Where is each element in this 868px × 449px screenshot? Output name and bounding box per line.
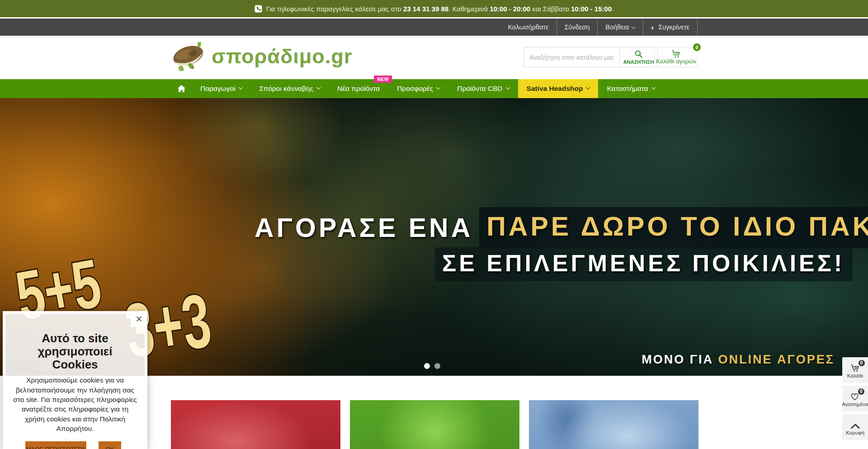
- floating-cart-button[interactable]: 0 Καλάθι: [842, 357, 868, 383]
- logo-text: σποράδιμο.gr: [212, 45, 352, 68]
- floating-wishlist-label: Αγαπημένα: [842, 402, 868, 407]
- page: Για τηλεφωνικές παραγγελίες κάλεσε μας σ…: [0, 0, 868, 449]
- search-button[interactable]: ΑΝΑΖΗΤΗΣΗ: [620, 47, 658, 67]
- chevron-down-icon: [651, 85, 656, 90]
- site-logo[interactable]: σποράδιμο.gr: [170, 42, 352, 71]
- cookie-body: Χρησιμοποιούμε cookies για να βελτιστοπο…: [5, 375, 145, 433]
- close-icon[interactable]: ×: [131, 311, 147, 327]
- cart-count-badge: 0: [692, 43, 702, 52]
- nav-item-stores[interactable]: Καταστήματα: [598, 79, 663, 98]
- cart-button[interactable]: Καλάθι αγορών 0: [654, 47, 698, 67]
- chevron-up-icon: [850, 419, 860, 429]
- login-link[interactable]: Σύνδεση: [557, 19, 598, 36]
- nav-item-cannabis-seeds[interactable]: Σπόροι κάνναβης: [251, 79, 329, 98]
- chevron-down-icon: [436, 85, 441, 90]
- phone-icon: [255, 5, 262, 13]
- learn-more-button[interactable]: ΜΑΘΕ ΠΕΡΙΣΣΟΤΕΡΑ: [25, 441, 86, 449]
- seed-logo-icon: [170, 42, 207, 71]
- nav-home-button[interactable]: [171, 79, 192, 98]
- chevron-down-icon: [505, 85, 510, 90]
- scroll-top-label: Κορυφή: [846, 430, 864, 435]
- cart-icon: 0: [850, 362, 860, 372]
- help-menu[interactable]: Βοήθεια: [597, 19, 643, 36]
- cookie-popup: × Αυτό το site χρησιμοποιεί Cookies Χρησ…: [3, 311, 147, 449]
- saturday-hours: 10:00 - 15:00: [571, 5, 612, 13]
- nav-item-sativa-headshop[interactable]: Sativa Headshop: [518, 79, 599, 98]
- nav-item-producers[interactable]: Παραγωγοί: [192, 79, 251, 98]
- weekday-hours: 10:00 - 20:00: [490, 5, 530, 13]
- category-tile-green[interactable]: [350, 400, 519, 449]
- compare-link[interactable]: ◐Συγκρίνετε: [643, 19, 698, 36]
- welcome-link[interactable]: Καλωσήρθατε: [500, 19, 556, 36]
- chevron-down-icon: [316, 85, 321, 90]
- search-bar: ΑΝΑΖΗΤΗΣΗ: [524, 47, 658, 67]
- floating-wishlist-button[interactable]: 0 Αγαπημένα: [842, 386, 868, 411]
- hero-headline: ΑΓΟΡΑΣΕ ΕΝΑΠΑΡΕ ΔΩΡΟ ΤΟ ΙΔΙΟ ΠΑΚΕΤΟ: [255, 207, 868, 248]
- heart-icon: 0: [850, 391, 860, 401]
- compare-icon: ◐: [651, 24, 655, 31]
- category-tile-blue[interactable]: [529, 400, 698, 449]
- nav-item-new-products[interactable]: Νέα προϊόνταNEW: [329, 79, 388, 98]
- chevron-down-icon: [586, 85, 590, 90]
- floating-cart-label: Καλάθι: [847, 373, 863, 378]
- floating-cart-count: 0: [858, 359, 866, 367]
- cart-label: Καλάθι αγορών: [656, 58, 696, 65]
- nav-item-cbd-products[interactable]: Προϊόντα CBD: [448, 79, 518, 98]
- hero-note: ΜΟΝΟ ΓΙΑ ONLINE ΑΓΟΡΕΣ: [642, 353, 835, 367]
- carousel-dots: [424, 363, 440, 369]
- cart-icon: [671, 50, 681, 58]
- cookie-title: Αυτό το site χρησιμοποιεί Cookies: [5, 332, 145, 371]
- chevron-down-icon: [238, 85, 243, 90]
- search-icon: [634, 50, 643, 58]
- ok-button[interactable]: ΟΚ: [99, 441, 121, 449]
- chevron-down-icon: [632, 24, 636, 29]
- carousel-dot-2[interactable]: [434, 363, 440, 369]
- floating-panel: 0 Καλάθι 0 Αγαπημένα Κορυφή: [842, 357, 868, 440]
- floating-wishlist-count: 0: [857, 388, 865, 396]
- category-tile-red[interactable]: [171, 400, 340, 449]
- main-nav: Παραγωγοί Σπόροι κάνναβης Νέα προϊόνταNE…: [0, 79, 868, 98]
- hero-subheadline: ΣΕ ΕΠΙΛΕΓΜΕΝΕΣ ΠΟΙΚΙΛΙΕΣ!: [435, 247, 853, 281]
- topbar-text: Για τηλεφωνικές παραγγελίες κάλεσε μας σ…: [266, 5, 613, 13]
- phone-number: 23 14 31 39 88: [403, 5, 448, 13]
- home-icon: [177, 85, 186, 93]
- scroll-to-top-button[interactable]: Κορυφή: [842, 414, 868, 440]
- nav-item-offers[interactable]: Προσφορές: [388, 79, 448, 98]
- search-input[interactable]: [524, 47, 620, 67]
- top-info-bar: Για τηλεφωνικές παραγγελίες κάλεσε μας σ…: [0, 0, 868, 19]
- cookie-buttons: ΜΑΘΕ ΠΕΡΙΣΣΟΤΕΡΑ ΟΚ: [25, 441, 145, 449]
- carousel-dot-1[interactable]: [424, 363, 430, 369]
- account-bar: Καλωσήρθατε Σύνδεση Βοήθεια ◐Συγκρίνετε: [0, 19, 868, 36]
- category-tiles: [171, 400, 698, 449]
- header: σποράδιμο.gr ΑΝΑΖΗΤΗΣΗ Καλάθι αγορών 0: [0, 36, 868, 79]
